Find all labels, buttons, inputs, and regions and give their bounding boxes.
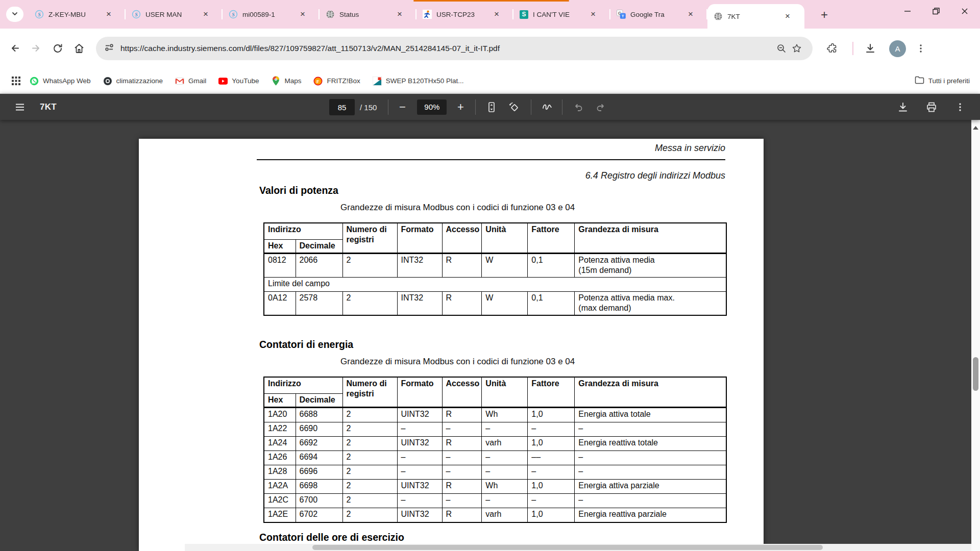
modbus-table-power-values: IndirizzoNumero di registriFormatoAccess…	[263, 222, 727, 316]
pdf-menu-dots-icon[interactable]	[953, 101, 967, 114]
bookmark-star-icon[interactable]	[789, 41, 804, 56]
bookmarks-bar: WhatsApp WebclimatizzazioneGmailYouTubeM…	[0, 68, 980, 93]
tab-title: Z-KEY-MBU	[48, 11, 102, 18]
tab-close-icon[interactable]: ×	[104, 9, 114, 19]
tab-search-button[interactable]	[6, 7, 23, 22]
tab-close-icon[interactable]: ×	[395, 9, 405, 19]
new-tab-button[interactable]: +	[817, 7, 832, 22]
forward-button[interactable]	[26, 38, 47, 59]
close-button[interactable]	[950, 2, 979, 20]
downloads-icon[interactable]	[860, 38, 881, 59]
table-header-cell: Accesso	[442, 377, 482, 408]
horizontal-scrollbar-thumb[interactable]	[312, 545, 823, 550]
table-row: Limite del campo	[264, 278, 726, 292]
table-header-cell: Fattore	[528, 377, 575, 408]
fit-page-icon[interactable]	[485, 101, 498, 114]
globe-icon	[714, 12, 723, 21]
zoom-level-value[interactable]: 90%	[417, 99, 447, 115]
minimize-button[interactable]	[893, 2, 922, 20]
reload-button[interactable]	[47, 38, 68, 59]
table-cell: R	[442, 508, 482, 523]
vertical-scrollbar[interactable]	[971, 120, 980, 544]
browser-menu-icon[interactable]	[910, 38, 932, 59]
pdf-download-icon[interactable]	[896, 101, 910, 114]
tab-close-icon[interactable]: ×	[782, 11, 793, 21]
tab-mi00589-1[interactable]: Smi00589-1×	[223, 0, 320, 29]
bookmark-youtube[interactable]: YouTube	[212, 73, 265, 89]
vertical-scrollbar-thumb[interactable]	[973, 357, 978, 391]
url-text[interactable]: https://cache.industry.siemens.com/dl/fi…	[120, 44, 774, 53]
tab-close-icon[interactable]: ×	[588, 9, 598, 19]
tab-z-key-mbu[interactable]: SZ-KEY-MBU×	[29, 0, 126, 29]
table-cell: 6702	[296, 508, 342, 523]
scroll-up-arrow[interactable]	[973, 122, 978, 132]
zoom-in-button[interactable]: +	[454, 101, 467, 114]
table-cell: 0,1	[528, 254, 575, 278]
table-cell: 0,1	[528, 292, 575, 316]
table-cell: –	[482, 422, 528, 437]
table-header-cell: Numero di registri	[342, 377, 397, 408]
horizontal-scrollbar[interactable]	[185, 544, 971, 551]
bookmark-swep-b120thx50-plat[interactable]: SWEP B120THx50 Plat...	[366, 73, 470, 89]
toolbar-divider	[475, 99, 476, 115]
table-cell: R	[442, 254, 482, 278]
page-number-input[interactable]	[329, 99, 355, 115]
gmail-icon	[175, 77, 184, 86]
home-button[interactable]	[68, 38, 90, 59]
navigation-bar: https://cache.industry.siemens.com/dl/fi…	[0, 29, 980, 68]
bookmark-gmail[interactable]: Gmail	[169, 73, 212, 89]
table-cell: 2578	[296, 292, 342, 316]
table-cell: Wh	[482, 480, 528, 494]
bookmark-whatsapp-web[interactable]: WhatsApp Web	[23, 73, 97, 89]
pdf-print-icon[interactable]	[925, 101, 938, 114]
tab-usr-tcp23[interactable]: USR-TCP23×	[416, 0, 513, 29]
rotate-icon[interactable]	[507, 101, 521, 114]
table-cell: –	[442, 465, 482, 480]
bookmark-label: FRITZ!Box	[327, 77, 360, 85]
tab-user-man[interactable]: SUSER MAN×	[126, 0, 223, 29]
tab-title: mi00589-1	[242, 11, 296, 18]
table-header-cell: Unità	[482, 377, 528, 408]
tab-title: USR-TCP23	[436, 11, 489, 18]
profile-avatar[interactable]: A	[889, 40, 906, 57]
undo-icon[interactable]	[572, 101, 585, 114]
all-bookmarks-folder[interactable]: Tutti i preferiti	[915, 76, 970, 86]
table-cell: –	[397, 451, 442, 465]
tab-close-icon[interactable]: ×	[685, 9, 696, 19]
table-cell: UINT32	[397, 508, 442, 523]
apps-grid-icon[interactable]	[8, 73, 23, 89]
table-cell: ––	[528, 451, 575, 465]
address-bar[interactable]: https://cache.industry.siemens.com/dl/fi…	[96, 37, 813, 60]
bookmark-fritz-box[interactable]: FFRITZ!Box	[307, 73, 366, 89]
tab-close-icon[interactable]: ×	[298, 9, 308, 19]
site-settings-icon[interactable]	[104, 42, 114, 55]
table-cell: UINT32	[397, 408, 442, 422]
tab-title: 7KT	[727, 13, 780, 20]
table-cell: –	[575, 451, 726, 465]
zoom-out-button[interactable]: −	[396, 101, 409, 114]
tab-close-icon[interactable]: ×	[201, 9, 211, 19]
tab-status[interactable]: Status×	[320, 0, 416, 29]
table-cell: –	[442, 451, 482, 465]
table-header-cell: Grandezza di misura	[575, 377, 726, 408]
annotate-draw-icon[interactable]	[541, 101, 554, 114]
table-cell: R	[442, 292, 482, 316]
redo-icon[interactable]	[594, 101, 607, 114]
bookmark-list: WhatsApp WebclimatizzazioneGmailYouTubeM…	[23, 73, 470, 89]
tab-close-icon[interactable]: ×	[492, 9, 502, 19]
pdf-menu-icon[interactable]	[13, 101, 27, 114]
table-cell: Potenza attiva media max.(max demand)	[575, 292, 726, 316]
bookmark-climatizzazione[interactable]: climatizzazione	[97, 73, 169, 89]
tab-7kt[interactable]: 7KT×	[707, 4, 804, 29]
maximize-button[interactable]	[922, 2, 950, 20]
bookmark-maps[interactable]: Maps	[265, 73, 307, 89]
zoom-out-icon[interactable]	[774, 41, 789, 56]
extensions-icon[interactable]	[822, 38, 843, 59]
tab-i-can-t-vie[interactable]: SI CAN'T VIE×	[513, 0, 610, 29]
section-heading: Contatori delle ore di esercizio	[259, 532, 404, 543]
tab-title: USER MAN	[145, 11, 199, 18]
table-header-cell: Indirizzo	[264, 377, 342, 394]
tab-google-tra[interactable]: GTGoogle Tra×	[610, 0, 707, 29]
pdf-toolbar: 7KT / 150 − 90% +	[0, 93, 980, 120]
back-button[interactable]	[4, 38, 26, 59]
